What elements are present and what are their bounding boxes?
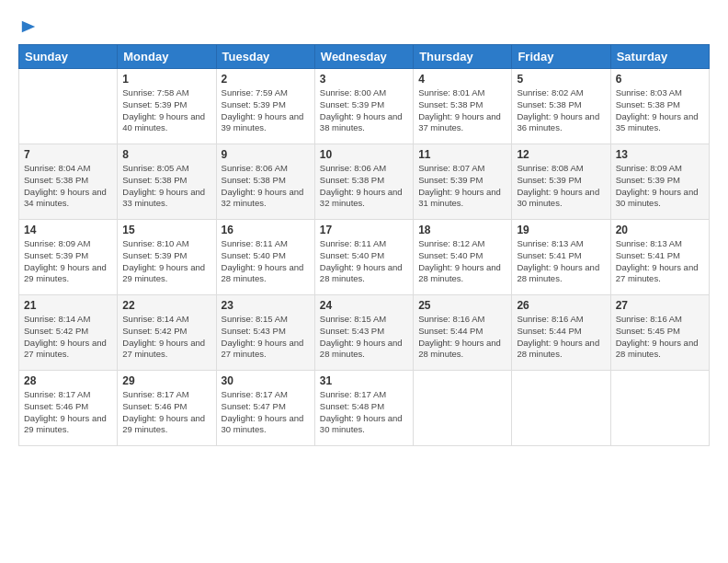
week-row-0: 1Sunrise: 7:58 AMSunset: 5:39 PMDaylight… bbox=[19, 69, 710, 144]
cell-info: Sunrise: 8:11 AMSunset: 5:40 PMDaylight:… bbox=[320, 238, 408, 285]
week-row-1: 7Sunrise: 8:04 AMSunset: 5:38 PMDaylight… bbox=[19, 144, 710, 220]
calendar-cell: 16Sunrise: 8:11 AMSunset: 5:40 PMDayligh… bbox=[216, 220, 314, 295]
calendar-cell: 17Sunrise: 8:11 AMSunset: 5:40 PMDayligh… bbox=[314, 220, 413, 295]
cell-info: Sunrise: 8:11 AMSunset: 5:40 PMDaylight:… bbox=[222, 238, 310, 285]
cell-day-number: 19 bbox=[517, 224, 605, 236]
cell-info: Sunrise: 7:58 AMSunset: 5:39 PMDaylight:… bbox=[122, 87, 210, 134]
calendar-cell: 4Sunrise: 8:01 AMSunset: 5:38 PMDaylight… bbox=[414, 69, 512, 144]
calendar-cell: 11Sunrise: 8:07 AMSunset: 5:39 PMDayligh… bbox=[414, 144, 512, 220]
cell-info: Sunrise: 8:17 AMSunset: 5:46 PMDaylight:… bbox=[24, 389, 112, 436]
page: SundayMondayTuesdayWednesdayThursdayFrid… bbox=[0, 0, 728, 563]
cell-day-number: 22 bbox=[122, 299, 210, 312]
calendar-cell: 13Sunrise: 8:09 AMSunset: 5:39 PMDayligh… bbox=[610, 144, 709, 220]
cell-info: Sunrise: 8:14 AMSunset: 5:42 PMDaylight:… bbox=[24, 314, 112, 361]
cell-day-number: 16 bbox=[222, 224, 310, 236]
cell-day-number: 3 bbox=[320, 73, 408, 86]
cell-info: Sunrise: 8:10 AMSunset: 5:39 PMDaylight:… bbox=[122, 238, 210, 285]
cell-day-number: 9 bbox=[222, 148, 310, 161]
cell-day-number: 1 bbox=[122, 73, 210, 86]
weekday-header-sunday: Sunday bbox=[19, 45, 118, 69]
cell-day-number: 5 bbox=[517, 73, 605, 86]
cell-info: Sunrise: 8:01 AMSunset: 5:38 PMDaylight:… bbox=[418, 87, 506, 134]
cell-day-number: 14 bbox=[24, 224, 112, 236]
cell-day-number: 4 bbox=[418, 73, 506, 86]
calendar-cell: 14Sunrise: 8:09 AMSunset: 5:39 PMDayligh… bbox=[19, 220, 118, 295]
calendar-cell: 1Sunrise: 7:58 AMSunset: 5:39 PMDaylight… bbox=[118, 69, 216, 144]
cell-day-number: 25 bbox=[418, 299, 506, 312]
calendar-cell: 27Sunrise: 8:16 AMSunset: 5:45 PMDayligh… bbox=[610, 295, 709, 371]
calendar-cell bbox=[610, 371, 709, 446]
cell-day-number: 7 bbox=[24, 148, 112, 161]
weekday-header-monday: Monday bbox=[118, 45, 216, 69]
weekday-header-row: SundayMondayTuesdayWednesdayThursdayFrid… bbox=[19, 45, 710, 69]
cell-info: Sunrise: 8:15 AMSunset: 5:43 PMDaylight:… bbox=[320, 314, 408, 361]
cell-day-number: 29 bbox=[122, 374, 210, 387]
calendar-cell bbox=[414, 371, 512, 446]
calendar-cell: 20Sunrise: 8:13 AMSunset: 5:41 PMDayligh… bbox=[610, 220, 709, 295]
cell-info: Sunrise: 8:06 AMSunset: 5:38 PMDaylight:… bbox=[320, 163, 408, 210]
calendar-cell: 10Sunrise: 8:06 AMSunset: 5:38 PMDayligh… bbox=[314, 144, 413, 220]
logo-flag-icon bbox=[20, 18, 37, 35]
cell-info: Sunrise: 8:15 AMSunset: 5:43 PMDaylight:… bbox=[222, 314, 310, 361]
calendar-cell: 24Sunrise: 8:15 AMSunset: 5:43 PMDayligh… bbox=[314, 295, 413, 371]
cell-info: Sunrise: 8:04 AMSunset: 5:38 PMDaylight:… bbox=[24, 163, 112, 210]
cell-info: Sunrise: 8:02 AMSunset: 5:38 PMDaylight:… bbox=[517, 87, 605, 134]
cell-day-number: 23 bbox=[222, 299, 310, 312]
calendar-cell: 29Sunrise: 8:17 AMSunset: 5:46 PMDayligh… bbox=[118, 371, 216, 446]
week-row-2: 14Sunrise: 8:09 AMSunset: 5:39 PMDayligh… bbox=[19, 220, 710, 295]
cell-info: Sunrise: 7:59 AMSunset: 5:39 PMDaylight:… bbox=[222, 87, 310, 134]
weekday-header-saturday: Saturday bbox=[610, 45, 709, 69]
cell-day-number: 10 bbox=[320, 148, 408, 161]
cell-day-number: 13 bbox=[616, 148, 704, 161]
cell-info: Sunrise: 8:17 AMSunset: 5:46 PMDaylight:… bbox=[122, 389, 210, 436]
calendar-cell: 7Sunrise: 8:04 AMSunset: 5:38 PMDaylight… bbox=[19, 144, 118, 220]
cell-info: Sunrise: 8:14 AMSunset: 5:42 PMDaylight:… bbox=[122, 314, 210, 361]
cell-info: Sunrise: 8:17 AMSunset: 5:48 PMDaylight:… bbox=[320, 389, 408, 436]
cell-info: Sunrise: 8:08 AMSunset: 5:39 PMDaylight:… bbox=[517, 163, 605, 210]
cell-info: Sunrise: 8:05 AMSunset: 5:38 PMDaylight:… bbox=[122, 163, 210, 210]
cell-day-number: 28 bbox=[24, 374, 112, 387]
svg-marker-0 bbox=[22, 21, 35, 33]
cell-day-number: 20 bbox=[616, 224, 704, 236]
calendar: SundayMondayTuesdayWednesdayThursdayFrid… bbox=[18, 44, 710, 446]
cell-day-number: 15 bbox=[122, 224, 210, 236]
cell-info: Sunrise: 8:16 AMSunset: 5:44 PMDaylight:… bbox=[418, 314, 506, 361]
cell-day-number: 24 bbox=[320, 299, 408, 312]
calendar-cell: 25Sunrise: 8:16 AMSunset: 5:44 PMDayligh… bbox=[414, 295, 512, 371]
calendar-cell: 3Sunrise: 8:00 AMSunset: 5:39 PMDaylight… bbox=[314, 69, 413, 144]
cell-info: Sunrise: 8:03 AMSunset: 5:38 PMDaylight:… bbox=[616, 87, 704, 134]
cell-day-number: 11 bbox=[418, 148, 506, 161]
cell-info: Sunrise: 8:16 AMSunset: 5:44 PMDaylight:… bbox=[517, 314, 605, 361]
cell-day-number: 12 bbox=[517, 148, 605, 161]
cell-info: Sunrise: 8:13 AMSunset: 5:41 PMDaylight:… bbox=[616, 238, 704, 285]
calendar-cell: 22Sunrise: 8:14 AMSunset: 5:42 PMDayligh… bbox=[118, 295, 216, 371]
calendar-cell: 2Sunrise: 7:59 AMSunset: 5:39 PMDaylight… bbox=[216, 69, 314, 144]
calendar-cell: 28Sunrise: 8:17 AMSunset: 5:46 PMDayligh… bbox=[19, 371, 118, 446]
cell-day-number: 26 bbox=[517, 299, 605, 312]
cell-day-number: 8 bbox=[122, 148, 210, 161]
cell-day-number: 27 bbox=[616, 299, 704, 312]
calendar-cell: 8Sunrise: 8:05 AMSunset: 5:38 PMDaylight… bbox=[118, 144, 216, 220]
cell-info: Sunrise: 8:06 AMSunset: 5:38 PMDaylight:… bbox=[222, 163, 310, 210]
week-row-4: 28Sunrise: 8:17 AMSunset: 5:46 PMDayligh… bbox=[19, 371, 710, 446]
weekday-header-tuesday: Tuesday bbox=[216, 45, 314, 69]
logo bbox=[18, 18, 37, 35]
calendar-cell: 12Sunrise: 8:08 AMSunset: 5:39 PMDayligh… bbox=[512, 144, 610, 220]
calendar-cell: 6Sunrise: 8:03 AMSunset: 5:38 PMDaylight… bbox=[610, 69, 709, 144]
cell-info: Sunrise: 8:09 AMSunset: 5:39 PMDaylight:… bbox=[24, 238, 112, 285]
cell-info: Sunrise: 8:09 AMSunset: 5:39 PMDaylight:… bbox=[616, 163, 704, 210]
calendar-cell: 21Sunrise: 8:14 AMSunset: 5:42 PMDayligh… bbox=[19, 295, 118, 371]
calendar-cell: 23Sunrise: 8:15 AMSunset: 5:43 PMDayligh… bbox=[216, 295, 314, 371]
header bbox=[18, 15, 710, 35]
calendar-cell bbox=[512, 371, 610, 446]
calendar-cell: 15Sunrise: 8:10 AMSunset: 5:39 PMDayligh… bbox=[118, 220, 216, 295]
calendar-cell: 5Sunrise: 8:02 AMSunset: 5:38 PMDaylight… bbox=[512, 69, 610, 144]
calendar-cell: 26Sunrise: 8:16 AMSunset: 5:44 PMDayligh… bbox=[512, 295, 610, 371]
cell-info: Sunrise: 8:00 AMSunset: 5:39 PMDaylight:… bbox=[320, 87, 408, 134]
calendar-cell: 31Sunrise: 8:17 AMSunset: 5:48 PMDayligh… bbox=[314, 371, 413, 446]
cell-info: Sunrise: 8:17 AMSunset: 5:47 PMDaylight:… bbox=[222, 389, 310, 436]
cell-day-number: 21 bbox=[24, 299, 112, 312]
cell-day-number: 18 bbox=[418, 224, 506, 236]
calendar-cell: 9Sunrise: 8:06 AMSunset: 5:38 PMDaylight… bbox=[216, 144, 314, 220]
week-row-3: 21Sunrise: 8:14 AMSunset: 5:42 PMDayligh… bbox=[19, 295, 710, 371]
